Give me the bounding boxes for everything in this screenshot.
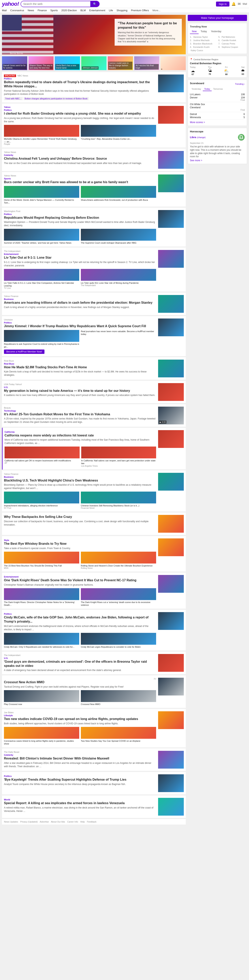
sublink-1[interactable]: Tried with NBC... — [4, 97, 23, 100]
huffpost-cta-button[interactable]: Become a HuffPost Member Now! — [4, 350, 45, 354]
article-crossout-title[interactable]: Crossout New Action MMO — [4, 680, 156, 684]
article-rbg-title[interactable]: I clerked for Ruth Bader Ginsburg while … — [4, 111, 156, 116]
trending-tab-today[interactable]: Today — [199, 29, 209, 34]
signin-button[interactable]: Sign In — [216, 2, 230, 6]
article-breonna-title[interactable]: 'Good guys are demonized, criminals are … — [4, 660, 156, 668]
sublink-2[interactable]: Bolton charges allegations participation… — [24, 97, 89, 100]
footer-careers[interactable]: Career Info — [67, 821, 78, 823]
article-trading-title[interactable]: How He Made $2.8M Trading Stocks Part-Ti… — [4, 365, 156, 369]
nav-premium[interactable]: Premium Offers — [131, 9, 149, 12]
footer-news-updates[interactable]: News Updates — [4, 821, 18, 823]
notifications-icon[interactable]: 🔔 — [231, 2, 236, 6]
trending-link[interactable]: Trending › — [235, 83, 245, 85]
trending-item-5[interactable]: 5. Pat Mahomes — [219, 35, 245, 38]
related-whiskey-1[interactable]: The 15 Best New Bourbon You Should Be Dr… — [4, 552, 79, 569]
more-scores-link[interactable]: More scores > — [190, 121, 245, 124]
related-crossout-2[interactable]: Crossout New MMO — [81, 690, 156, 706]
article-celebrity-title[interactable]: Christina Anstead Felt 'Lonely and Unhap… — [4, 157, 156, 161]
nav-entertainment[interactable]: Entertainment — [89, 9, 105, 12]
related-darknight-2[interactable]: The Dark Knight Rises cut a 'sickening' … — [81, 588, 156, 606]
article-blacklist-title[interactable]: Blacklisting U.S. Tech Would Highlight C… — [4, 479, 156, 483]
footer-privacy[interactable]: Privacy (Updated) — [20, 821, 38, 823]
related-item-2[interactable]: "Crushing loss": Rep. Alexandria Ocasio-… — [81, 125, 156, 145]
thumb-item-6[interactable]: J&J vaccine hits final stage — [134, 56, 160, 70]
nav-finance[interactable]: Finance — [38, 9, 46, 12]
related-livtyler-2[interactable]: Liv Tyler quits 911 Lone Star role of fi… — [81, 269, 156, 290]
trending-tab-yesterday[interactable]: Yesterday — [209, 29, 223, 34]
nav-election[interactable]: 2020 Election — [61, 9, 77, 12]
footer-advertise[interactable]: Advertise — [40, 821, 49, 823]
article-california-title[interactable]: California reopens more widely as infect… — [5, 433, 156, 438]
article-kayeleigh-title[interactable]: 'Bye Kayeleigh' Trends After Scathing Su… — [4, 778, 156, 782]
related-cindymccain-1[interactable]: Cindy McCain: Only 5 Republicans are nee… — [4, 633, 79, 648]
related-california-1[interactable]: California nail salons get OK to reopen … — [5, 447, 80, 467]
article-cash-title[interactable]: Americans are hoarding trillions of doll… — [4, 301, 156, 305]
article-ginsburg-title[interactable]: Republicans Would Regret Replacing Ginsb… — [4, 216, 156, 220]
mail-icon[interactable]: ✉ — [238, 2, 241, 6]
article-clinton-title[interactable]: Revealed: Bill Clinton's Intimate Secret… — [4, 757, 156, 761]
score-tab-today[interactable]: Today — [203, 87, 212, 91]
score-tab-tomorrow[interactable]: Tomorrow — [212, 87, 224, 91]
related-favre-2[interactable]: Shara Arians addresses Rob Gronkowski, o… — [81, 186, 156, 204]
related-california-2[interactable]: In California: Nail salons can reopen, a… — [81, 447, 156, 467]
article-backpacks-title[interactable]: Why These Backpacks Are Selling Like Cra… — [4, 515, 156, 519]
related-crossout-1[interactable]: Play Crossout now — [4, 690, 79, 706]
detroit-team[interactable]: Detroit — [190, 113, 197, 116]
thumb-item-7[interactable] — [160, 56, 186, 70]
related-blacklist-2[interactable]: Chinese Investors Still Removing Blackbe… — [81, 492, 156, 509]
nav-news[interactable]: News — [28, 9, 34, 12]
footer-about-ads[interactable]: About Our Ads — [51, 821, 65, 823]
related-blacklist-1[interactable]: Impeachment intimidators, alleging elect… — [4, 492, 79, 509]
thumb-item-3[interactable]: Uncle Ben's has a new brand name — [55, 56, 80, 70]
mail-label[interactable]: Mail — [243, 3, 247, 5]
nav-mail[interactable]: Mail — [2, 9, 7, 12]
article-darknight-title[interactable]: One 'Dark Knight Rises' Death Scene Was … — [4, 578, 156, 582]
cleveland-team[interactable]: Cleveland — [190, 106, 200, 109]
related-covid-1[interactable]: Coronavirus cases linked to long airline… — [4, 727, 79, 745]
nav-shopping[interactable]: Shopping — [117, 9, 128, 12]
trending-tab-now[interactable]: Now — [190, 29, 199, 34]
article-covid-airlines-title[interactable]: Two new studies indicate COVID-19 can sp… — [4, 717, 156, 721]
related-item-1[interactable]: Michelle Obama & Jennifer Lopez Remember… — [4, 125, 79, 145]
trending-item-1[interactable]: 1. Vanessa Taylor — [190, 35, 216, 38]
article-favre-title[interactable]: Bucs center unclear why Brett Favre was … — [4, 180, 156, 185]
search-button[interactable]: 🔍 — [90, 1, 99, 7]
article-generation-title[interactable]: My generation is being raised to hate Am… — [4, 389, 156, 393]
nav-more[interactable]: More... — [152, 9, 160, 12]
trending-item-9[interactable]: Kaley Cuoco — [190, 49, 216, 52]
nav-life[interactable]: Life — [109, 9, 113, 12]
trending-item-4[interactable]: 4. Konstantin Kushi — [190, 46, 216, 48]
related-covid-2[interactable]: Two New Studies Say You Can Spread COVID… — [81, 727, 156, 745]
trending-item-6[interactable]: 6. Camille Kostek — [219, 39, 245, 42]
thumb-item-5[interactable]: Camryn model wore in film to change fash… — [108, 56, 133, 70]
footer-feedback[interactable]: Feedback — [87, 821, 96, 823]
article-venezuela-title[interactable]: Special Report: A killing at sea implica… — [4, 801, 156, 805]
article-kimmel-title[interactable]: Jimmy Kimmel: I Wonder If Trump Realizes… — [4, 324, 156, 328]
yahoo-logo[interactable]: yahoo! — [2, 1, 19, 7]
nav-blm[interactable]: BLM — [80, 9, 86, 12]
related-favre-1[interactable]: Home of the Week: Derek Jeter's Tampa Ma… — [4, 186, 79, 204]
trending-item-8[interactable]: 8. Sephora Coupon — [219, 46, 245, 48]
thumb-item-4[interactable]: Johnson Johnson — [81, 56, 107, 70]
related-darknight-1[interactable]: The Dark Knight Rises: Director Christop… — [4, 588, 79, 606]
horoscope-change-link[interactable]: (change) — [197, 136, 206, 138]
related-ginsburg-2[interactable]: The Supreme Court could reshape Obamacar… — [81, 229, 156, 244]
lakers-team[interactable]: LA Lakers — [190, 93, 200, 96]
thumb-item-2[interactable]: Sharon Stone: The way to and away the be… — [29, 56, 54, 70]
horoscope-more-link[interactable]: See more > — [190, 159, 245, 162]
related-livtyler-1[interactable]: Liv Tyler Falls In 9-1-1: Lone Star One … — [4, 269, 79, 290]
horoscope-sign[interactable]: Libra — [190, 136, 196, 139]
article-whiskey-title[interactable]: The Best Rye Whiskey Brands to Try Now — [4, 542, 156, 546]
article-gundam-title[interactable]: It's Alive! 25-Ton Gundam Robot Moves fo… — [4, 412, 156, 417]
minnesota-team[interactable]: Minnesota — [190, 116, 201, 119]
trending-item-7[interactable]: 7. Canvas Prints — [219, 42, 245, 45]
search-input[interactable] — [21, 1, 90, 7]
nav-sports[interactable]: Sports — [50, 9, 58, 12]
chisox-team[interactable]: Chi White Sox — [190, 103, 205, 106]
related-whiskey-2[interactable]: Rolling Stone and Heaven's Door Create t… — [81, 552, 156, 569]
footer-help[interactable]: Help — [80, 821, 85, 823]
related-cindymccain-2[interactable]: Cindy McCain urges Republicans to consid… — [81, 633, 156, 648]
denver-team[interactable]: Denver — [190, 96, 198, 99]
nav-coronavirus[interactable]: Coronavirus — [10, 9, 24, 12]
article-cindymccain-title[interactable]: Cindy McCain, wife of the late GOP Sen. … — [4, 616, 156, 624]
